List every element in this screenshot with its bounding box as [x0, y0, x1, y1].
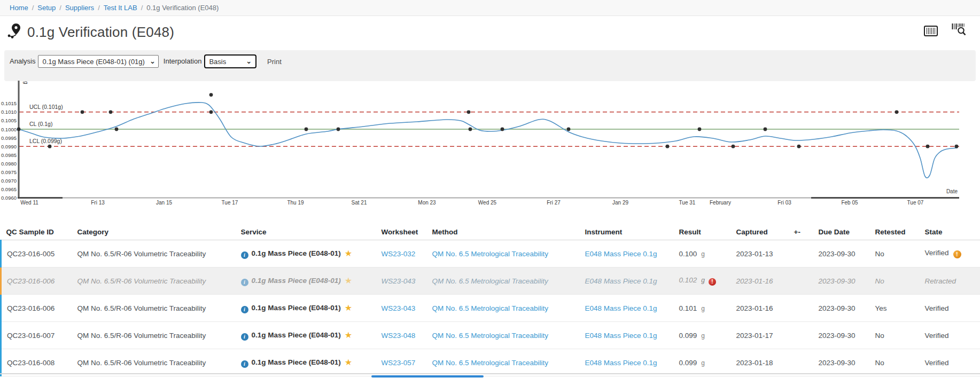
column-header--[interactable]: +-	[789, 224, 813, 240]
instrument-link[interactable]: E048 Mass Piece 0.1g	[585, 359, 657, 367]
star-icon[interactable]: ★	[345, 303, 352, 312]
star-icon[interactable]: ★	[345, 249, 352, 258]
qc-sample-id-cell: QC23-016-007	[1, 322, 72, 349]
qc-sample-row: QC23-016-005QM No. 6.5/R-06 Volumetric T…	[1, 240, 980, 267]
state-cell: Verified!	[920, 240, 980, 267]
captured-cell: 2023-01-18	[731, 349, 789, 376]
method-link[interactable]: QM No. 6.5 Metrological Traceability	[432, 277, 548, 285]
retested-cell: No	[870, 240, 920, 267]
info-icon[interactable]: i	[241, 333, 248, 341]
worksheet-link[interactable]: WS23-043	[382, 277, 416, 285]
worksheet-link[interactable]: WS23-048	[382, 332, 416, 340]
table-header-row: QC Sample IDCategoryServiceWorksheetMeth…	[1, 224, 980, 240]
column-header-retested[interactable]: Retested	[870, 224, 920, 240]
service-cell: i0.1g Mass Piece (E048-01)★	[236, 267, 376, 295]
data-point[interactable]	[469, 128, 472, 131]
star-icon[interactable]: ★	[345, 358, 352, 367]
data-point[interactable]	[895, 110, 899, 114]
instrument-cell: E048 Mass Piece 0.1g	[580, 295, 674, 322]
data-point[interactable]	[666, 145, 670, 148]
info-icon[interactable]: i	[241, 251, 248, 259]
state-label: Verified	[925, 332, 949, 340]
instrument-link[interactable]: E048 Mass Piece 0.1g	[585, 332, 657, 340]
method-link[interactable]: QM No. 6.5 Metrological Traceability	[432, 304, 549, 312]
data-point[interactable]	[115, 128, 119, 131]
method-cell: QM No. 6.5 Metrological Traceability	[427, 322, 580, 349]
column-header-due-date[interactable]: Due Date	[813, 224, 870, 240]
data-point[interactable]	[698, 128, 702, 131]
service-name: 0.1g Mass Piece (E048-01)	[252, 249, 341, 257]
method-cell: QM No. 6.5 Metrological Traceability	[427, 295, 580, 322]
column-header-instrument[interactable]: Instrument	[580, 224, 674, 240]
column-header-method[interactable]: Method	[427, 224, 580, 240]
data-point[interactable]	[209, 110, 213, 114]
ucl-label: UCL (0.101g)	[29, 104, 63, 110]
service-cell: i0.1g Mass Piece (E048-01)★	[236, 295, 376, 322]
data-point[interactable]	[567, 128, 571, 131]
column-header-result[interactable]: Result	[674, 224, 731, 240]
star-icon[interactable]: ★	[345, 276, 352, 285]
method-link[interactable]: QM No. 6.5 Metrological Traceability	[432, 359, 549, 367]
info-icon[interactable]: i	[241, 306, 248, 313]
data-point[interactable]	[305, 128, 308, 131]
data-point[interactable]	[797, 145, 801, 148]
result-value: 0.101	[679, 304, 697, 312]
instrument-link[interactable]: E048 Mass Piece 0.1g	[585, 304, 657, 312]
data-point[interactable]	[81, 110, 84, 114]
state-label: Verified	[925, 359, 949, 367]
data-point[interactable]	[109, 110, 113, 114]
column-header-captured[interactable]: Captured	[731, 224, 789, 240]
column-header-qc-sample-id[interactable]: QC Sample ID	[1, 224, 72, 240]
service-name: 0.1g Mass Piece (E048-01)	[252, 358, 341, 366]
worksheet-cell: WS23-032	[376, 240, 427, 267]
data-point[interactable]	[955, 145, 959, 148]
category-cell: QM No. 6.5/R-06 Volumetric Traceability	[72, 240, 236, 267]
instrument-link[interactable]: E048 Mass Piece 0.1g	[585, 250, 657, 258]
result-unit: g	[701, 277, 705, 284]
data-point[interactable]	[337, 128, 340, 131]
method-link[interactable]: QM No. 6.5 Metrological Traceability	[432, 250, 549, 258]
captured-cell: 2023-01-13	[731, 240, 789, 267]
data-point[interactable]	[732, 145, 735, 148]
instrument-cell: E048 Mass Piece 0.1g	[580, 349, 674, 376]
data-point[interactable]	[17, 128, 21, 131]
column-header-worksheet[interactable]: Worksheet	[376, 224, 427, 240]
worksheet-link[interactable]: WS23-057	[382, 359, 416, 367]
qc-sample-id-cell: QC23-016-008	[1, 349, 72, 376]
captured-cell: 2023-01-16	[731, 295, 789, 322]
instrument-link[interactable]: E048 Mass Piece 0.1g	[585, 277, 657, 285]
plusminus-cell	[789, 240, 813, 267]
result-value: 0.099	[679, 359, 697, 367]
column-header-category[interactable]: Category	[72, 224, 236, 240]
method-link[interactable]: QM No. 6.5 Metrological Traceability	[432, 332, 549, 340]
plusminus-cell	[789, 267, 813, 295]
x-axis-tick: Feb 05	[841, 200, 858, 206]
qc-sample-row: QC23-016-006QM No. 6.5/R-06 Volumetric T…	[1, 295, 980, 322]
data-point[interactable]	[926, 145, 930, 148]
category-cell: QM No. 6.5/R-06 Volumetric Traceability	[72, 295, 236, 322]
data-point[interactable]	[467, 110, 471, 114]
qc-sample-id-cell: QC23-016-006	[1, 295, 72, 322]
qc-sample-row: QC23-016-006QM No. 6.5/R-06 Volumetric T…	[1, 267, 980, 295]
result-value: 0.102	[679, 276, 697, 284]
data-point[interactable]	[501, 128, 504, 131]
data-point[interactable]	[48, 145, 52, 148]
column-header-state[interactable]: State	[920, 224, 980, 240]
qc-samples-table: QC Sample IDCategoryServiceWorksheetMeth…	[0, 224, 980, 376]
plusminus-cell	[789, 349, 813, 376]
star-icon[interactable]: ★	[345, 330, 352, 340]
worksheet-link[interactable]: WS23-043	[382, 304, 416, 312]
info-icon[interactable]: i	[241, 279, 248, 286]
x-axis-tick: Tue 31	[679, 200, 696, 206]
y-axis-tick: 0.1000	[1, 127, 17, 132]
qc-sample-id-cell: QC23-016-006	[1, 267, 72, 295]
data-point[interactable]	[209, 93, 213, 97]
x-axis-tick: Jan 29	[612, 200, 628, 206]
retested-cell: No	[870, 349, 920, 376]
retested-cell: Yes	[870, 295, 920, 322]
data-point[interactable]	[764, 128, 767, 131]
worksheet-link[interactable]: WS23-032	[382, 250, 416, 258]
info-icon[interactable]: i	[241, 360, 248, 368]
horizontal-scrollbar-thumb[interactable]	[371, 375, 484, 377]
column-header-service[interactable]: Service	[236, 224, 376, 240]
